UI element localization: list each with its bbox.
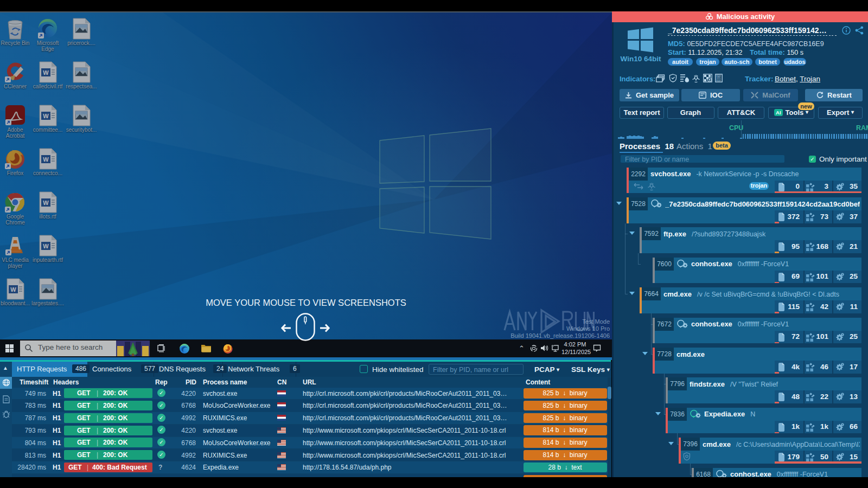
svg-text:010: 010 [716,79,721,82]
